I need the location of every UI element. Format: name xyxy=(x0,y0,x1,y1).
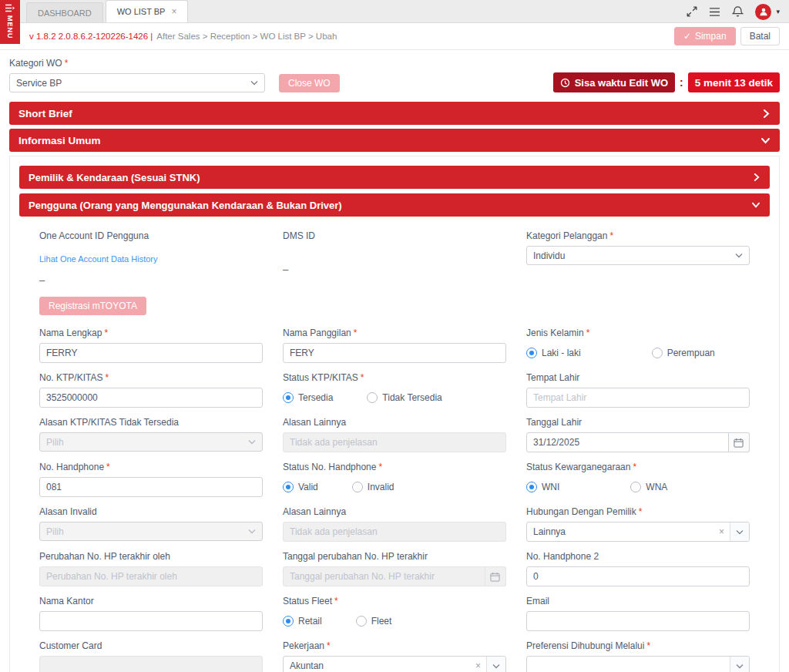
field-no-handphone-2: No. Handphone 2 xyxy=(526,551,750,586)
radio-fleet[interactable]: Fleet xyxy=(356,616,392,627)
tab-dashboard-label: DASHBOARD xyxy=(38,8,92,18)
field-status-handphone: Status No. Handphone* Valid Invalid xyxy=(283,462,506,497)
hamburger-icon[interactable] xyxy=(709,7,720,17)
notifications-bell-icon[interactable] xyxy=(732,5,744,18)
field-jenis-kelamin: Jenis Kelamin* Laki - laki Perempuan xyxy=(526,328,750,363)
field-email: Email xyxy=(526,596,750,631)
kategori-wo-field: Kategori WO* Service BP xyxy=(9,58,265,92)
field-tanggal-perubahan-hp: Tanggal perubahan No. HP terakhir xyxy=(283,551,506,586)
radio-perempuan[interactable]: Perempuan xyxy=(652,348,715,358)
alasan-lainnya-ktp-input xyxy=(283,432,506,452)
tab-dashboard[interactable]: DASHBOARD xyxy=(26,2,103,22)
radio-tidak-tersedia[interactable]: Tidak Tersedia xyxy=(367,392,442,403)
tanggal-lahir-input[interactable] xyxy=(526,432,729,452)
radio-valid[interactable]: Valid xyxy=(283,482,318,492)
field-nama-kantor: Nama Kantor xyxy=(39,596,263,631)
chevron-down-icon xyxy=(751,201,760,209)
registrasi-mtoyota-button[interactable]: Registrasi mTOYOTA xyxy=(39,297,146,315)
calendar-icon xyxy=(485,566,506,586)
radio-laki-laki[interactable]: Laki - laki xyxy=(526,348,581,358)
field-alasan-ktp: Alasan KTP/KITAS Tidak Tersedia Pilih xyxy=(39,417,263,452)
tab-wo-list-bp[interactable]: WO LIST BP × xyxy=(106,0,189,22)
tab-wo-list-bp-label: WO LIST BP xyxy=(117,7,166,16)
field-nama-panggilan: Nama Panggilan* xyxy=(283,328,506,363)
field-preferensi: Preferensi Dihubungi Melalui* xyxy=(526,640,750,672)
nama-lengkap-input[interactable] xyxy=(39,343,263,363)
tanggal-perubahan-hp-input xyxy=(283,566,485,586)
user-avatar[interactable] xyxy=(755,4,771,20)
field-one-account-id: One Account ID Pengguna Lihat One Accoun… xyxy=(39,230,263,286)
field-nama-lengkap: Nama Lengkap* xyxy=(39,328,263,363)
kategori-wo-select[interactable]: Service BP xyxy=(9,73,265,92)
accordion-informasi-umum[interactable]: Informasi Umum xyxy=(9,129,780,152)
field-alasan-invalid: Alasan Invalid Pilih xyxy=(39,506,263,542)
nama-panggilan-input[interactable] xyxy=(283,343,506,363)
field-hubungan-pemilik: Hubungan Dengan Pemilik* Lainnya × xyxy=(526,506,750,542)
menu-label: MENU xyxy=(6,15,14,39)
check-icon: ✓ xyxy=(683,31,691,42)
tab-bar: DASHBOARD WO LIST BP × ▾ xyxy=(0,0,789,23)
field-no-handphone: No. Handphone* xyxy=(39,462,263,497)
field-tempat-lahir: Tempat Lahir xyxy=(526,372,750,408)
no-ktp-input[interactable] xyxy=(39,388,263,408)
clock-icon xyxy=(560,78,570,88)
nama-kantor-input[interactable] xyxy=(39,611,263,631)
chevron-right-icon xyxy=(762,109,771,119)
timer-colon: : xyxy=(680,76,683,89)
no-handphone-input[interactable] xyxy=(39,477,263,497)
field-kewarganegaraan: Status Kewarganegaraan* WNI WNA xyxy=(526,462,750,497)
chevron-down-icon xyxy=(248,529,256,534)
field-customer-card: Customer Card xyxy=(39,640,263,672)
one-account-value: – xyxy=(39,274,263,286)
customer-card-input xyxy=(39,656,263,672)
perubahan-hp-oleh-input xyxy=(39,566,263,586)
accordion-pemilik-kendaraan[interactable]: Pemilik & Kendaraan (Sesuai STNK) xyxy=(19,166,770,189)
pengguna-form: One Account ID Pengguna Lihat One Accoun… xyxy=(19,221,770,672)
chevron-down-icon xyxy=(730,522,749,541)
page-actions: ✓ Simpan Batal xyxy=(674,27,780,45)
clear-icon[interactable]: × xyxy=(719,526,724,537)
timer-value-badge: 5 menit 13 detik xyxy=(688,72,780,92)
field-no-ktp: No. KTP/KITAS* xyxy=(39,372,263,408)
app-window: MENU DASHBOARD WO LIST BP × xyxy=(0,0,789,672)
radio-wna[interactable]: WNA xyxy=(630,482,667,492)
tempat-lahir-input[interactable] xyxy=(526,388,750,408)
no-handphone-2-input[interactable] xyxy=(526,566,750,586)
fullscreen-icon[interactable] xyxy=(687,6,697,17)
kategori-pelanggan-select[interactable]: Individu xyxy=(526,246,750,265)
accordion-pengguna[interactable]: Pengguna (Orang yang Menggunakan Kendara… xyxy=(19,193,770,217)
calendar-icon[interactable] xyxy=(729,432,750,452)
field-pekerjaan: Pekerjaan* Akuntan × xyxy=(283,640,506,672)
user-icon xyxy=(759,7,768,16)
batal-button[interactable]: Batal xyxy=(740,27,780,45)
chevron-down-icon xyxy=(730,657,749,672)
app-version: v 1.8.2 2.0.8.6.2-120226-1426 | xyxy=(29,32,153,41)
dms-id-value: – xyxy=(283,264,506,275)
close-tab-icon[interactable]: × xyxy=(171,7,176,16)
one-account-history-link[interactable]: Lihat One Account Data History xyxy=(39,254,157,264)
hubungan-pemilik-select[interactable]: Lainnya × xyxy=(526,522,750,542)
sidebar-menu-toggle[interactable]: MENU xyxy=(0,0,20,44)
kategori-wo-label: Kategori WO* xyxy=(9,58,265,69)
radio-invalid[interactable]: Invalid xyxy=(352,482,394,492)
pekerjaan-select[interactable]: Akuntan × xyxy=(283,656,506,672)
close-wo-button[interactable]: Close WO xyxy=(279,74,340,92)
edit-timer: Sisa waktu Edit WO : 5 menit 13 detik xyxy=(553,72,780,92)
timer-label-badge: Sisa waktu Edit WO xyxy=(553,72,675,92)
accordion-short-brief[interactable]: Short Brief xyxy=(9,102,780,125)
field-alasan-lainnya-hp: Alasan Lainnya xyxy=(283,506,506,542)
radio-tersedia[interactable]: Tersedia xyxy=(283,392,333,403)
breadcrumb-bar: v 1.8.2 2.0.8.6.2-120226-1426 | After Sa… xyxy=(0,23,789,50)
radio-retail[interactable]: Retail xyxy=(283,616,322,627)
field-kategori-pelanggan: Kategori Pelanggan* Individu xyxy=(526,230,750,286)
email-input[interactable] xyxy=(526,611,750,631)
clear-icon[interactable]: × xyxy=(475,660,481,671)
chevron-down-icon[interactable]: ▾ xyxy=(776,8,780,15)
field-dms-id: DMS ID – xyxy=(283,230,506,286)
preferensi-select[interactable] xyxy=(526,656,750,672)
field-status-ktp: Status KTP/KITAS* Tersedia Tidak Tersedi… xyxy=(283,372,506,408)
radio-wni[interactable]: WNI xyxy=(526,482,559,492)
simpan-button[interactable]: ✓ Simpan xyxy=(674,27,736,45)
alasan-lainnya-hp-input xyxy=(283,522,506,542)
field-tanggal-lahir: Tanggal Lahir xyxy=(526,417,750,452)
